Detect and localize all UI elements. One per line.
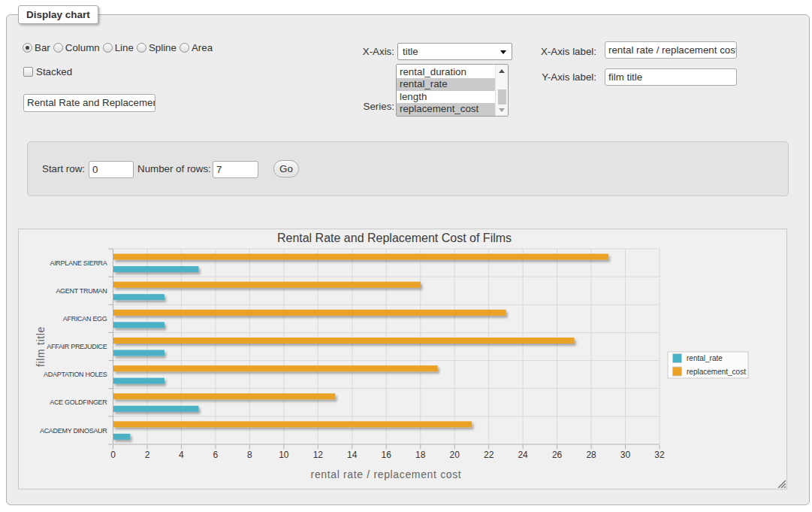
radio-button-area[interactable] [180,43,189,53]
category-label: AIRPLANE SIERRA [50,259,107,267]
bar-rental_rate-4[interactable] [113,378,165,384]
radio-button-bar[interactable] [23,43,32,53]
go-button[interactable]: Go [273,160,299,177]
display-chart-fieldset: Display chart BarColumnLineSplineArea St… [6,14,810,505]
bar-replacement_cost-4[interactable] [113,365,438,371]
x-tick-label: 10 [279,450,289,460]
radio-label: Spline [149,42,177,53]
number-of-rows-label: Number of rows: [137,163,211,174]
category-label: AFRICAN EGG [63,315,107,323]
bar-rental_rate-3[interactable] [113,350,165,356]
x-tick-label: 24 [518,450,528,460]
bar-replacement_cost-1[interactable] [113,282,421,288]
bar-replacement_cost-3[interactable] [113,338,575,344]
start-row-input[interactable]: 0 [89,161,134,178]
fieldset-legend: Display chart [18,5,98,24]
page: Display chart BarColumnLineSplineArea St… [0,0,812,512]
x-tick-label: 12 [313,450,324,460]
category-label: AFFAIR PREJUDICE [47,343,107,350]
number-of-rows-input[interactable]: 7 [213,161,258,178]
x-axis-label-input[interactable]: rental rate / replacement cost [605,41,737,59]
bar-replacement_cost-0[interactable] [113,254,608,260]
x-tick-label: 8 [247,450,252,460]
bar-rental_rate-0[interactable] [113,266,198,272]
x-tick-label: 28 [586,450,596,460]
chart-type-option-column[interactable]: Column [53,42,100,53]
chart-title: Rental Rate and Replacement Cost of Film… [277,232,512,244]
x-axis-select-label: X-Axis: [312,46,394,57]
bar-rental_rate-5[interactable] [113,406,198,412]
resize-handle-icon[interactable] [777,479,786,488]
legend-label-rental_rate: rental_rate [687,354,723,362]
x-tick-label: 30 [620,450,631,460]
bar-rental_rate-2[interactable] [113,322,165,328]
start-row-label: Start row: [42,163,85,174]
legend-swatch-replacement_cost [673,367,682,376]
y-axis-label-label: Y-Axis label: [455,71,596,83]
chart-type-radio-group: BarColumnLineSplineArea [23,42,216,53]
category-label: ACADEMY DINOSAUR [40,427,107,435]
radio-label: Column [65,42,100,53]
y-axis-title: film title [35,326,47,367]
radio-button-spline[interactable] [137,43,146,53]
scrollbar-thumb[interactable] [498,89,506,105]
series-list-label: Series: [312,101,394,112]
x-tick-label: 22 [484,450,494,460]
x-tick-label: 16 [382,450,392,460]
bar-rental_rate-6[interactable] [113,434,131,440]
resize-grip-lines [778,480,786,488]
x-tick-label: 4 [179,450,184,460]
stacked-label: Stacked [36,66,72,77]
legend-swatch-rental_rate [673,354,682,363]
bar-replacement_cost-2[interactable] [113,310,506,316]
category-label: ADAPTATION HOLES [44,371,107,378]
x-tick-label: 32 [654,450,665,460]
scroll-down-icon [499,108,505,112]
x-tick-label: 6 [213,450,219,460]
stacked-checkbox[interactable] [23,67,33,77]
chart-type-option-bar[interactable]: Bar [23,42,50,53]
chart-container: AIRPLANE SIERRAAGENT TRUMANAFRICAN EGGAF… [18,229,787,489]
series-option-replacement_cost[interactable]: replacement_cost [397,103,495,115]
bar-replacement_cost-6[interactable] [113,421,472,427]
x-axis-selected-value: title [403,46,418,57]
rows-panel: Start row: 0 Number of rows: 7 Go [27,141,789,196]
y-axis-label-input[interactable]: film title [605,68,737,86]
legend-label-replacement_cost: replacement_cost [687,368,746,376]
x-axis-label-label: X-Axis label: [455,46,596,57]
x-tick-label: 0 [110,450,116,460]
chart-type-option-line[interactable]: Line [103,42,134,53]
series-option-length[interactable]: length [397,91,495,103]
x-tick-label: 2 [145,450,150,460]
category-label: ACE GOLDFINGER [50,398,107,406]
chart-type-option-spline[interactable]: Spline [137,42,177,53]
category-label: AGENT TRUMAN [56,287,107,295]
x-axis-title: rental rate / replacement cost [311,468,462,480]
bar-rental_rate-1[interactable] [113,294,165,300]
radio-label: Bar [35,42,50,53]
scrollbar-down-button[interactable] [496,105,508,116]
radio-button-column[interactable] [53,43,63,53]
stacked-row: Stacked [23,66,72,77]
chart-type-option-area[interactable]: Area [180,42,213,53]
chart-title-input[interactable]: Rental Rate and Replacement Cost of Film… [23,94,155,112]
x-tick-label: 14 [347,450,358,460]
x-tick-label: 20 [450,450,460,460]
bar-chart: AIRPLANE SIERRAAGENT TRUMANAFRICAN EGGAF… [19,229,786,489]
radio-label: Area [192,42,213,53]
x-tick-label: 26 [552,450,563,460]
radio-button-line[interactable] [103,43,113,53]
x-tick-label: 18 [415,450,426,460]
bar-replacement_cost-5[interactable] [113,393,335,399]
radio-label: Line [115,42,134,53]
